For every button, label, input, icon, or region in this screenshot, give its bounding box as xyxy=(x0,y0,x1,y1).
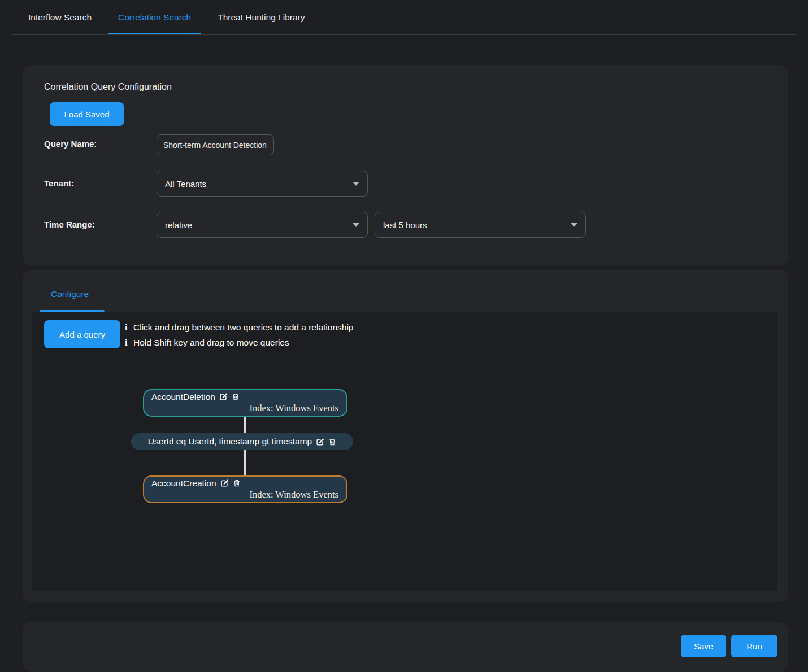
time-range-type-select[interactable]: relative xyxy=(157,212,368,238)
correlation-query-configuration-panel: Correlation Query Configuration Load Sav… xyxy=(23,65,788,265)
time-range-label: Time Range: xyxy=(44,220,95,229)
caret-down-icon xyxy=(571,223,577,227)
tab-label: Correlation Search xyxy=(118,12,191,23)
trash-icon[interactable] xyxy=(328,438,336,446)
tab-label: Interflow Search xyxy=(28,12,92,23)
hint-text: Hold Shift key and drag to move queries xyxy=(133,338,289,348)
query-node-account-creation[interactable]: AccountCreation xyxy=(143,475,347,503)
query-node-title-row: AccountCreation xyxy=(144,477,346,489)
edit-icon[interactable] xyxy=(220,479,229,487)
page: Interflow Search Correlation Search Thre… xyxy=(0,0,808,672)
query-node-account-deletion[interactable]: AccountDeletion xyxy=(143,389,347,417)
add-a-query-button[interactable]: Add a query xyxy=(44,320,120,348)
tab-configure[interactable]: Configure xyxy=(51,289,89,299)
save-button[interactable]: Save xyxy=(681,635,726,657)
info-icon: i xyxy=(125,322,131,333)
query-node-index-label: Index: Windows Events xyxy=(144,403,346,415)
tenant-select[interactable]: All Tenants xyxy=(157,171,368,197)
edit-icon[interactable] xyxy=(316,438,324,446)
query-name-label: Query Name: xyxy=(44,139,97,149)
trash-icon[interactable] xyxy=(232,392,240,401)
tab-threat-hunting-library[interactable]: Threat Hunting Library xyxy=(216,0,306,35)
caret-down-icon xyxy=(353,223,359,227)
configure-panel: Configure Add a query i Click and drag b… xyxy=(23,270,788,602)
tab-bar-divider xyxy=(11,34,797,35)
info-icon: i xyxy=(125,337,131,348)
relationship-label: UserId eq UserId, timestamp gt timestamp xyxy=(148,437,312,447)
footer-action-bar: Save Run xyxy=(23,622,788,672)
query-node-title-row: AccountDeletion xyxy=(144,391,346,403)
tab-correlation-search[interactable]: Correlation Search xyxy=(117,0,192,35)
hint-row: i Hold Shift key and drag to move querie… xyxy=(125,335,353,350)
tenant-label: Tenant: xyxy=(44,178,74,188)
query-node-name: AccountDeletion xyxy=(151,392,215,402)
tenant-select-value: All Tenants xyxy=(165,179,206,189)
tab-bar: Interflow Search Correlation Search Thre… xyxy=(27,0,306,35)
query-graph-canvas[interactable]: Add a query i Click and drag between two… xyxy=(32,312,777,591)
query-name-input[interactable] xyxy=(157,134,274,155)
hint-row: i Click and drag between two queries to … xyxy=(125,320,353,335)
caret-down-icon xyxy=(353,182,359,186)
edit-icon[interactable] xyxy=(219,392,228,401)
trash-icon[interactable] xyxy=(233,479,241,487)
relationship-pill[interactable]: UserId eq UserId, timestamp gt timestamp xyxy=(131,433,353,450)
hints: i Click and drag between two queries to … xyxy=(125,320,353,350)
time-range-type-value: relative xyxy=(165,220,192,230)
panel-title: Correlation Query Configuration xyxy=(44,82,172,92)
time-range-value: last 5 hours xyxy=(383,220,427,230)
query-node-index-label: Index: Windows Events xyxy=(144,489,346,501)
query-node-name: AccountCreation xyxy=(151,478,216,488)
time-range-value-select[interactable]: last 5 hours xyxy=(375,212,586,238)
hint-text: Click and drag between two queries to ad… xyxy=(133,322,353,333)
load-saved-button[interactable]: Load Saved xyxy=(50,102,124,126)
tab-label: Threat Hunting Library xyxy=(218,12,305,23)
tab-interflow-search[interactable]: Interflow Search xyxy=(27,0,93,35)
run-button[interactable]: Run xyxy=(731,635,777,657)
